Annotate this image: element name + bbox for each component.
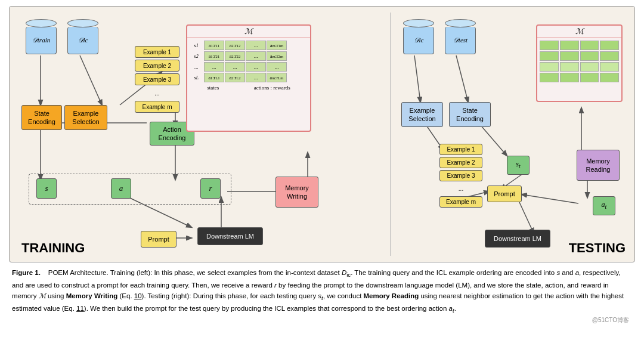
training-panel: 𝒟train 𝒟ic State Encoding Example Sele xyxy=(16,13,385,256)
s-node: s xyxy=(36,178,57,199)
rt-cell-16 xyxy=(600,73,619,82)
states-label: states xyxy=(207,85,219,91)
rt-cell-5 xyxy=(540,51,559,61)
example-selection-right-box: Example Selection xyxy=(401,102,443,127)
example-dots-right: ... xyxy=(439,183,482,194)
prompt-left-box: Prompt xyxy=(141,231,177,248)
s-label: s xyxy=(45,184,48,194)
rt-cell-2 xyxy=(560,41,579,50)
cylinder-top xyxy=(26,19,57,27)
rt-cell-4 xyxy=(600,41,619,50)
d-ic-right-cylinder: 𝒟ic xyxy=(401,17,436,56)
downstream-lm-left-box: Downstream LM xyxy=(197,227,263,245)
cell-a2rL2: a2:rL2 xyxy=(225,73,245,82)
memory-reading-box: Memory Reading xyxy=(577,150,620,181)
example-3-left: Example 3 xyxy=(135,73,179,85)
prompt-right-label: Prompt xyxy=(494,190,515,198)
cylinder-body-4: 𝒟test xyxy=(445,27,476,54)
d-test-cylinder: 𝒟test xyxy=(443,17,478,56)
cell-amr2m: am:r2m xyxy=(267,51,287,61)
testing-label: TESTING xyxy=(569,240,626,256)
rt-cell-10 xyxy=(560,62,579,72)
cell-a2r22: a2:r22 xyxy=(225,51,245,61)
example-2-right: Example 2 xyxy=(439,157,482,168)
actions-rewards-label: actions : rewards xyxy=(254,85,290,91)
cell-d2: ... xyxy=(225,62,245,72)
memory-writing-label: Memory Writing xyxy=(276,184,318,201)
rt-cell-14 xyxy=(560,73,579,82)
cylinder-top-3 xyxy=(403,19,434,27)
cell-a1r11: a1:r11 xyxy=(204,41,224,50)
at-node: at xyxy=(593,196,615,215)
d-test-label: 𝒟test xyxy=(453,36,467,44)
example-m-right: Example m xyxy=(439,196,482,208)
row-dots: ... xyxy=(190,62,203,72)
cylinder-top-4 xyxy=(445,19,476,27)
state-encoding-right-box: State Encoding xyxy=(449,102,491,127)
watermark: @51CTO博客 xyxy=(9,316,635,324)
rt-cell-6 xyxy=(560,51,579,61)
example-2-left: Example 2 xyxy=(135,60,179,72)
svg-line-15 xyxy=(456,55,468,102)
testing-panel: 𝒟ic 𝒟test ℳ xyxy=(390,13,628,256)
d-ic-left-cylinder: 𝒟ic xyxy=(66,17,100,56)
r-node: r xyxy=(200,178,221,199)
rt-cell-8 xyxy=(600,51,619,61)
cylinder-top-2 xyxy=(67,19,98,27)
state-encoding-box: State Encoding xyxy=(21,105,62,130)
test-inner: 𝒟ic 𝒟test ℳ xyxy=(397,13,628,256)
downstream-lm-right-box: Downstream LM xyxy=(485,230,550,248)
rt-cell-7 xyxy=(580,51,599,61)
prompt-right-box: Prompt xyxy=(487,186,522,202)
memory-table-title-right: ℳ xyxy=(537,26,621,38)
st-label: st xyxy=(516,160,520,170)
memory-table-right: ℳ xyxy=(536,24,623,102)
m-title-right: ℳ xyxy=(575,27,584,36)
cylinder-body-3: 𝒟ic xyxy=(403,27,434,54)
cell-dots-L: ... xyxy=(246,73,266,82)
cell-amrLm: am:rLm xyxy=(267,73,287,82)
r-label: r xyxy=(209,184,212,194)
rt-cell-15 xyxy=(580,73,599,82)
example-list-right: Example 1 Example 2 Example 3 ... Exampl… xyxy=(439,144,482,208)
cylinder-body: 𝒟train xyxy=(26,27,57,54)
cell-d4: ... xyxy=(267,62,287,72)
rt-cell-12 xyxy=(600,62,619,72)
d-ic-left-label: 𝒟ic xyxy=(78,36,88,44)
state-encoding-right-label: State Encoding xyxy=(450,106,490,123)
caption-title: POEM Architecture. xyxy=(48,269,109,276)
m-title-left: ℳ xyxy=(244,27,253,36)
prompt-left-label: Prompt xyxy=(148,235,169,243)
main-container: 𝒟train 𝒟ic State Encoding Example Sele xyxy=(0,0,644,329)
example-m-left: Example m xyxy=(135,101,179,113)
row-sl: sL xyxy=(190,73,203,82)
cell-amr1m: am:r1m xyxy=(267,41,287,50)
downstream-lm-left-label: Downstream LM xyxy=(206,232,254,240)
example-selection-left-label: Example Selection xyxy=(65,109,107,126)
d-train-label: 𝒟train xyxy=(32,36,50,44)
d-train-cylinder: 𝒟train xyxy=(24,17,58,56)
example-selection-left-box: Example Selection xyxy=(64,105,107,130)
training-label: TRAINING xyxy=(21,240,85,256)
diagram-area: 𝒟train 𝒟ic State Encoding Example Sele xyxy=(9,6,635,262)
cell-d3: ... xyxy=(246,62,266,72)
a-node: a xyxy=(111,178,131,199)
rt-cell-11 xyxy=(580,62,599,72)
cylinder-body-2: 𝒟ic xyxy=(67,27,98,54)
memory-table-left: ℳ s1 a1:r11 a2:r12 ... am:r1m s2 xyxy=(186,24,311,132)
example-selection-right-label: Example Selection xyxy=(402,106,442,123)
cell-d1: ... xyxy=(204,62,224,72)
downstream-lm-right-label: Downstream LM xyxy=(494,234,541,243)
example-1-left: Example 1 xyxy=(135,46,179,58)
state-encoding-label: State Encoding xyxy=(22,109,61,126)
a-label: a xyxy=(119,184,123,194)
st-node: st xyxy=(507,156,530,175)
example-dots-left: ... xyxy=(135,87,179,99)
memory-writing-box: Memory Writing xyxy=(275,177,318,208)
example-1-right: Example 1 xyxy=(439,144,482,155)
cell-a1rL1: a1:rL1 xyxy=(204,73,224,82)
d-ic-right-label: 𝒟ic xyxy=(414,36,424,44)
row-s2: s2 xyxy=(190,51,203,61)
cell-dots-2: ... xyxy=(246,51,266,61)
train-inner: 𝒟train 𝒟ic State Encoding Example Sele xyxy=(16,13,385,256)
